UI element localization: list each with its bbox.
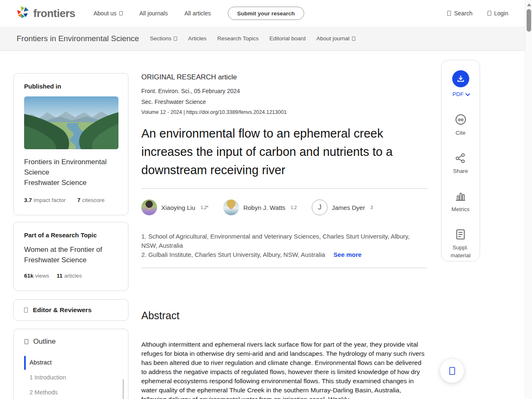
subnav-research-topics[interactable]: Research Topics	[217, 35, 259, 42]
header-nav: About us All journals All articles	[94, 10, 211, 17]
author-avatar	[223, 200, 239, 215]
scrollbar-thumb[interactable]	[527, 9, 531, 32]
logo-text: frontiers	[33, 7, 75, 20]
journal-home-link[interactable]: Frontiers in Environmental Science	[17, 34, 139, 43]
journal-name-line1: Frontiers in Environmental Science	[24, 157, 118, 177]
header-right: Search Login	[447, 10, 508, 17]
views-label: views	[35, 273, 49, 279]
metrics-label: Metrics	[451, 205, 470, 213]
nav-all-journals[interactable]: All journals	[139, 10, 167, 17]
outline-item-label: 2 Methods	[30, 389, 58, 396]
subnav-about-journal[interactable]: About journal	[316, 35, 355, 42]
outline-item-abstract[interactable]: Abstract	[14, 355, 128, 370]
cite-icon: ee	[455, 114, 466, 125]
chat-fab-button[interactable]	[440, 359, 464, 383]
citescore-stat: 7citescore	[77, 197, 105, 203]
author-james-dyer[interactable]: J James Dyer 3	[312, 200, 373, 215]
share-button[interactable]: Share	[453, 153, 468, 175]
page: frontiers About us All journals All arti…	[0, 0, 532, 399]
research-topic-card: Part of a Research Topic Women at the Fr…	[13, 222, 128, 291]
frontiers-pinwheel-icon	[16, 6, 30, 21]
citescore-value: 7	[77, 197, 81, 203]
pdf-label: PDF	[453, 91, 464, 97]
citation-line: Front. Environ. Sci., 05 February 2024	[141, 88, 427, 94]
scrollbar-up-arrow[interactable]	[527, 3, 531, 6]
metrics-button[interactable]: Metrics	[451, 191, 470, 213]
published-in-title: Published in	[24, 83, 118, 90]
views-stat: 61kviews	[24, 273, 49, 279]
frontiers-logo[interactable]: frontiers	[16, 6, 75, 21]
citescore-label: citescore	[82, 197, 105, 203]
published-in-card: Published in Frontiers in Environmental …	[13, 73, 128, 215]
abstract-heading: Abstract	[141, 310, 427, 322]
subnav-editorial-board-label: Editorial board	[269, 35, 305, 42]
pdf-menu[interactable]: PDF	[453, 91, 469, 97]
nav-about-us-label: About us	[94, 10, 116, 17]
share-label: Share	[453, 167, 468, 175]
nav-all-articles[interactable]: All articles	[185, 10, 211, 17]
author-affiliation-sup: 3	[370, 205, 373, 210]
article-title: An environmental flow to an ephemeral cr…	[141, 124, 427, 179]
articles-count-value: 11	[57, 273, 62, 279]
research-topic-title: Part of a Research Topic	[24, 232, 118, 239]
pdf-download-button[interactable]	[452, 70, 469, 87]
outline-header[interactable]: Outline	[14, 337, 128, 346]
affiliation-1: 1. School of Agricultural, Environmental…	[141, 232, 427, 250]
subnav-articles-label: Articles	[188, 35, 206, 42]
article-tools-rail: PDF ee Cite Share	[441, 60, 480, 261]
subnav-sections-label: Sections	[150, 35, 172, 42]
subnav-about-journal-label: About journal	[316, 35, 350, 42]
subnav-articles[interactable]: Articles	[188, 35, 206, 42]
journal-cover-image[interactable]	[24, 96, 118, 149]
abstract-text: Although intermittent and ephemeral rive…	[141, 340, 427, 399]
submit-research-button[interactable]: Submit your research	[228, 7, 305, 20]
login-label: Login	[494, 10, 508, 17]
list-icon	[25, 339, 28, 344]
cite-button[interactable]: ee Cite	[455, 114, 466, 137]
volume-doi-line[interactable]: Volume 12 - 2024 | https://doi.org/10.33…	[141, 109, 427, 115]
search-button[interactable]: Search	[447, 10, 472, 17]
author-affiliation-sup: 1,2*	[201, 205, 209, 210]
author-avatar-initial: J	[312, 200, 328, 215]
impact-factor-value: 3.7	[24, 197, 32, 203]
journal-name-line2: Freshwater Science	[24, 177, 118, 188]
impact-factor-stat: 3.7impact factor	[24, 197, 66, 203]
login-button[interactable]: Login	[488, 10, 508, 17]
outline-item-label: 1 Introduction	[30, 374, 66, 381]
outline-item-introduction[interactable]: 1 Introduction	[14, 370, 128, 385]
suppl-material-label: Suppl. material	[451, 244, 470, 259]
articles-count-label: articles	[64, 273, 82, 279]
author-name: James Dyer	[332, 204, 365, 211]
user-icon	[488, 11, 491, 16]
outline-item-label: Abstract	[30, 359, 52, 366]
section-line: Sec. Freshwater Science	[141, 99, 427, 105]
article-main: ORIGINAL RESEARCH article Front. Environ…	[141, 73, 427, 399]
page-scrollbar[interactable]	[525, 0, 532, 399]
outline-scrollbar[interactable]	[123, 379, 124, 399]
author-xiaoying-liu[interactable]: Xiaoying Liu 1,2*	[141, 200, 208, 215]
published-in-journal-link[interactable]: Frontiers in Environmental Science Fresh…	[24, 157, 118, 188]
subnav-sections[interactable]: Sections	[150, 35, 177, 42]
research-topic-stats: 61kviews 11articles	[24, 273, 118, 279]
outline-card: Outline Abstract 1 Introduction 2 Method…	[13, 329, 128, 399]
editor-reviewers-card[interactable]: Editor & Reviewers	[13, 299, 128, 321]
document-icon	[456, 229, 466, 240]
impact-factor-label: impact factor	[34, 197, 66, 203]
subnav-editorial-board[interactable]: Editorial board	[269, 35, 305, 42]
suppl-label-line2: material	[451, 252, 470, 259]
subnav-research-topics-label: Research Topics	[217, 35, 259, 42]
author-avatar	[141, 200, 157, 215]
supplementary-material-button[interactable]: Suppl. material	[451, 229, 470, 259]
research-topic-link[interactable]: Women at the Frontier of Freshwater Scie…	[24, 244, 118, 265]
suppl-label-line1: Suppl.	[453, 244, 468, 251]
author-robyn-watts[interactable]: Robyn J. Watts 1,2	[223, 200, 297, 215]
chevron-down-icon	[465, 91, 470, 96]
affiliation-2: 2. Gulbali Institute, Charles Sturt Univ…	[141, 251, 325, 258]
outline-list: Abstract 1 Introduction 2 Methods	[14, 355, 128, 399]
top-header: frontiers About us All journals All arti…	[0, 0, 525, 27]
svg-text:ee: ee	[458, 117, 464, 123]
share-icon	[455, 153, 466, 163]
outline-item-methods[interactable]: 2 Methods	[14, 385, 128, 399]
nav-about-us[interactable]: About us	[94, 10, 123, 17]
see-more-link[interactable]: See more	[333, 251, 362, 258]
